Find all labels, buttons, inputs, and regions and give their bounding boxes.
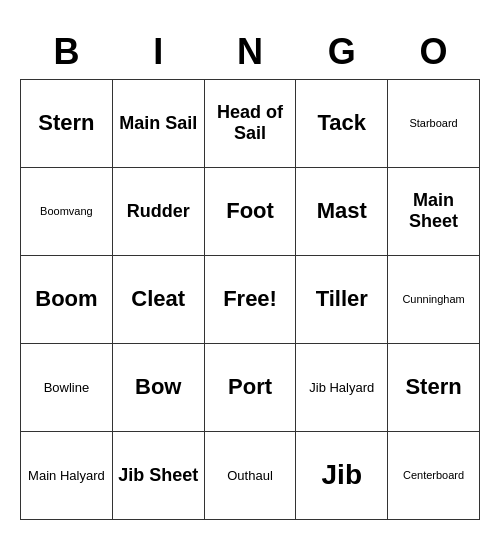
bingo-cell-r2-c1: Cleat xyxy=(112,255,204,343)
bingo-cell-r2-c4: Cunningham xyxy=(388,255,480,343)
bingo-row-1: BoomvangRudderFootMastMain Sheet xyxy=(21,167,480,255)
bingo-row-0: SternMain SailHead of SailTackStarboard xyxy=(21,79,480,167)
bingo-cell-r3-c3: Jib Halyard xyxy=(296,343,388,431)
header-letter-g: G xyxy=(296,25,388,80)
bingo-cell-r0-c3: Tack xyxy=(296,79,388,167)
bingo-card: BINGO SternMain SailHead of SailTackStar… xyxy=(20,25,480,520)
bingo-cell-r1-c4: Main Sheet xyxy=(388,167,480,255)
bingo-cell-r1-c0: Boomvang xyxy=(21,167,113,255)
bingo-cell-r4-c3: Jib xyxy=(296,431,388,519)
bingo-cell-r3-c0: Bowline xyxy=(21,343,113,431)
bingo-cell-r1-c2: Foot xyxy=(204,167,296,255)
header-letter-n: N xyxy=(204,25,296,80)
bingo-cell-r0-c4: Starboard xyxy=(388,79,480,167)
header-letter-b: B xyxy=(21,25,113,80)
bingo-cell-r3-c1: Bow xyxy=(112,343,204,431)
bingo-header-row: BINGO xyxy=(21,25,480,80)
bingo-cell-r0-c2: Head of Sail xyxy=(204,79,296,167)
bingo-cell-r1-c1: Rudder xyxy=(112,167,204,255)
bingo-cell-r4-c1: Jib Sheet xyxy=(112,431,204,519)
bingo-cell-r0-c1: Main Sail xyxy=(112,79,204,167)
bingo-cell-r4-c4: Centerboard xyxy=(388,431,480,519)
header-letter-i: I xyxy=(112,25,204,80)
bingo-cell-r1-c3: Mast xyxy=(296,167,388,255)
bingo-cell-r0-c0: Stern xyxy=(21,79,113,167)
bingo-cell-r2-c0: Boom xyxy=(21,255,113,343)
bingo-row-4: Main HalyardJib SheetOuthaulJibCenterboa… xyxy=(21,431,480,519)
header-letter-o: O xyxy=(388,25,480,80)
bingo-cell-r4-c0: Main Halyard xyxy=(21,431,113,519)
bingo-cell-r3-c4: Stern xyxy=(388,343,480,431)
bingo-cell-r3-c2: Port xyxy=(204,343,296,431)
bingo-cell-r4-c2: Outhaul xyxy=(204,431,296,519)
bingo-cell-r2-c3: Tiller xyxy=(296,255,388,343)
bingo-cell-r2-c2: Free! xyxy=(204,255,296,343)
bingo-row-3: BowlineBowPortJib HalyardStern xyxy=(21,343,480,431)
bingo-row-2: BoomCleatFree!TillerCunningham xyxy=(21,255,480,343)
